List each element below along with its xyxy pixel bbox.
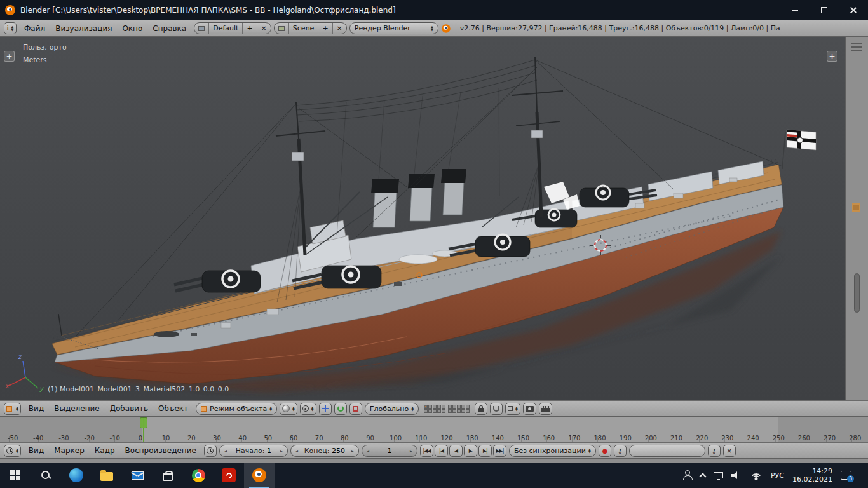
add-layout-button[interactable]: + [242, 23, 256, 34]
decrement-icon[interactable]: ◂ [224, 448, 227, 454]
preview-range-toggle[interactable] [204, 445, 217, 457]
menu-item[interactable]: Маркер [49, 444, 90, 457]
playback-button[interactable]: ▶| [478, 445, 492, 457]
sync-mode-dropdown[interactable]: Без синхронизации ▲▼ [509, 445, 596, 457]
decrement-icon[interactable]: ◂ [295, 448, 298, 454]
snap-element-dropdown[interactable]: ▲▼ [505, 403, 520, 415]
playback-button[interactable]: ▶▶| [493, 445, 506, 457]
taskbar-clock[interactable]: 14:29 16.02.2021 [792, 467, 832, 484]
insert-keyframe-button[interactable]: ⚷ [708, 445, 721, 457]
manipulator-translate-button[interactable] [319, 403, 332, 415]
playback-button[interactable]: ▶ [464, 445, 477, 457]
menu-item[interactable]: Справка [147, 22, 191, 35]
blender-app-icon[interactable] [5, 5, 15, 15]
frame-tick-label: 130 [459, 435, 485, 442]
playback-button[interactable]: ◀ [449, 445, 463, 457]
layers-widget[interactable] [424, 405, 470, 413]
close-button[interactable] [839, 0, 868, 20]
minimize-button[interactable] [780, 0, 810, 20]
delete-layout-button[interactable]: × [257, 23, 271, 34]
mode-dropdown[interactable]: Режим объекта ▲▼ [196, 403, 277, 415]
people-icon[interactable] [682, 473, 692, 480]
start-button[interactable] [0, 463, 31, 488]
frame-tick-label: 110 [409, 435, 434, 442]
show-desktop-button[interactable] [860, 463, 863, 488]
keying-set-field[interactable] [629, 445, 705, 457]
taskbar-mail[interactable] [122, 463, 153, 488]
taskbar-chrome[interactable] [183, 463, 214, 488]
search-button[interactable] [31, 463, 61, 488]
opengl-render-button[interactable] [523, 403, 536, 415]
editor-type-button-3dview[interactable]: ▲▼ [4, 403, 21, 415]
display-icon[interactable] [714, 472, 723, 478]
axis-gizmo [9, 361, 38, 388]
manipulator-scale-button[interactable] [349, 403, 362, 415]
volume-icon[interactable] [731, 471, 742, 479]
screen-layout-selector[interactable]: Default + × [194, 22, 271, 34]
menu-item[interactable]: Вид [24, 402, 49, 415]
current-frame-field[interactable]: ◂ 1 ▸ [362, 445, 417, 457]
scene-name[interactable]: Scene [288, 23, 318, 34]
scene-selector[interactable]: Scene + × [274, 22, 347, 34]
frame-tick-label: 280 [843, 435, 868, 442]
opengl-render-anim-button[interactable] [539, 403, 552, 415]
end-frame-field[interactable]: ◂ Конец: 250 ▸ [290, 445, 359, 457]
increment-icon[interactable]: ▸ [280, 448, 283, 454]
editor-type-button-timeline[interactable]: ▲▼ [4, 445, 21, 457]
taskbar-edge[interactable] [61, 463, 92, 488]
delete-keyframe-button[interactable]: × [723, 445, 736, 457]
properties-panel-expand-button[interactable]: + [827, 51, 837, 62]
current-frame-handle[interactable] [140, 417, 147, 428]
frame-tick-label: 40 [230, 435, 255, 442]
editor-type-button-info[interactable]: i ▲▼ [4, 22, 17, 34]
menu-item[interactable]: Файл [19, 22, 50, 35]
lock-to-scene-button[interactable] [475, 403, 487, 415]
lock-icon [478, 408, 484, 412]
orientation-dropdown[interactable]: Глобально ▲▼ [365, 403, 419, 415]
menu-item[interactable]: Воспроизведение [120, 444, 201, 457]
right-editor-strip[interactable] [845, 37, 868, 400]
viewport-3d[interactable]: Польз.-орто Meters (1) Model001_Model001… [0, 37, 868, 400]
taskbar-store[interactable] [153, 463, 183, 488]
render-engine-dropdown[interactable]: Рендер Blender ▲▼ [349, 22, 438, 34]
menu-item[interactable]: Окно [117, 22, 147, 35]
end-frame-value: 250 [332, 447, 345, 455]
manipulator-rotate-button[interactable] [334, 403, 347, 415]
taskbar-acrobat[interactable] [214, 463, 244, 488]
action-center-icon[interactable]: 3 [841, 471, 851, 480]
playback-button[interactable]: |◀◀ [420, 445, 433, 457]
auto-keyframe-button[interactable]: ● [599, 445, 611, 457]
viewport-shading-dropdown[interactable]: ▲▼ [280, 403, 297, 415]
viewport-menus: ВидВыделениеДобавитьОбъект [24, 402, 193, 415]
menu-item[interactable]: Кадр [90, 444, 120, 457]
delete-scene-button[interactable]: × [332, 23, 346, 34]
maximize-button[interactable] [810, 0, 839, 20]
viewport-canvas[interactable] [0, 37, 868, 400]
screen-layout-name[interactable]: Default [208, 23, 242, 34]
snap-toggle-button[interactable] [490, 403, 503, 415]
decrement-icon[interactable]: ◂ [367, 448, 369, 454]
timeline-canvas[interactable]: -50-40-30-20-100102030405060708090100110… [0, 417, 868, 442]
wifi-icon[interactable] [750, 471, 763, 480]
toolshelf-expand-button[interactable]: + [4, 51, 15, 62]
menu-item[interactable]: Добавить [105, 402, 153, 415]
menu-item[interactable]: Объект [153, 402, 193, 415]
mail-icon [132, 471, 144, 480]
menu-item[interactable]: Выделение [49, 402, 104, 415]
taskbar-blender-active[interactable] [244, 463, 275, 488]
start-frame-field[interactable]: ◂ Начало: 1 ▸ [219, 445, 288, 457]
vertical-scrollbar[interactable] [854, 273, 860, 313]
taskbar-explorer[interactable] [92, 463, 122, 488]
pivot-point-dropdown[interactable]: ▲▼ [300, 403, 316, 415]
hidden-icons-chevron-icon[interactable] [699, 473, 706, 480]
blender-window: Blender [C:\Users\tvister\Desktop\ВРЕМЕН… [0, 0, 868, 488]
language-indicator[interactable]: РУС [771, 471, 784, 480]
keying-set-icon-button[interactable]: ⚷ [614, 445, 627, 457]
menu-item[interactable]: Вид [24, 444, 49, 457]
add-scene-button[interactable]: + [318, 23, 332, 34]
increment-icon[interactable]: ▸ [351, 448, 354, 454]
notification-badge: 3 [847, 475, 854, 482]
increment-icon[interactable]: ▸ [410, 448, 412, 454]
menu-item[interactable]: Визуализация [50, 22, 117, 35]
playback-button[interactable]: |◀ [435, 445, 448, 457]
